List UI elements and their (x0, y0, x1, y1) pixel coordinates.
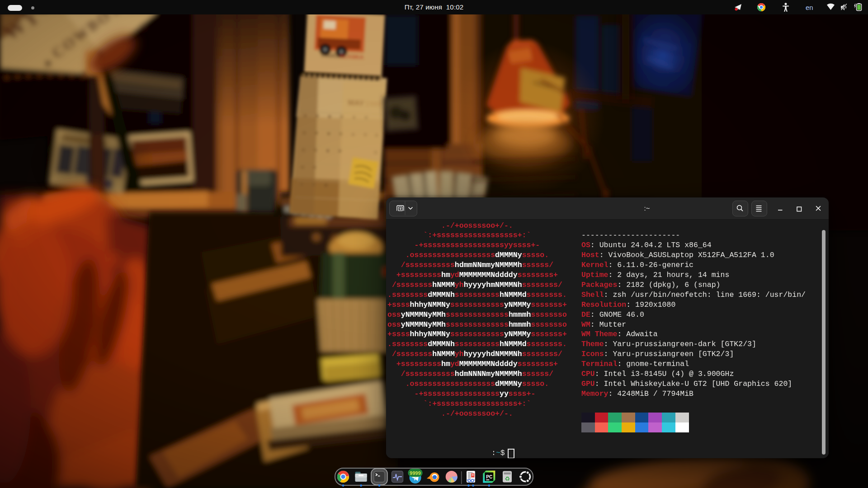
svg-text:9999: 9999 (410, 470, 420, 476)
svg-text:en: en (806, 4, 813, 11)
svg-text:♻: ♻ (505, 475, 510, 482)
svg-text:PC: PC (486, 474, 492, 479)
